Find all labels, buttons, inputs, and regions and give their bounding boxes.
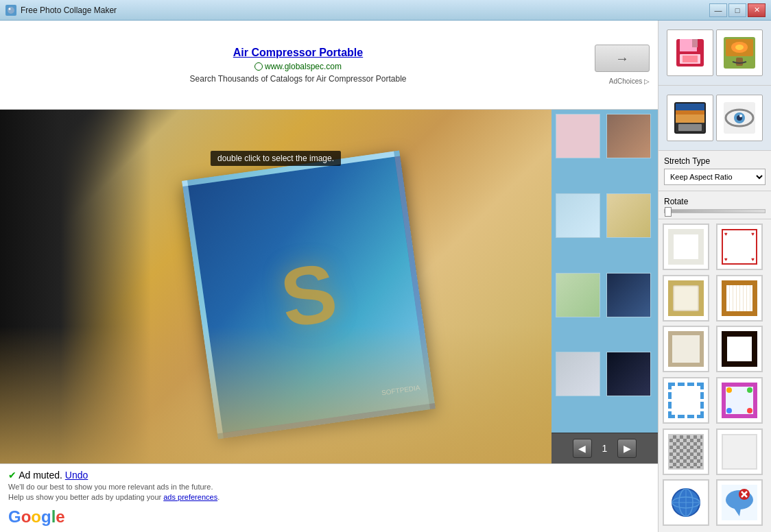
svg-point-10 — [735, 45, 744, 50]
ad-muted-desc-2: Help us show you better ads by updating … — [8, 492, 650, 503]
ad-muted-title: ✔ Ad muted. Undo — [8, 470, 650, 481]
rotate-slider[interactable] — [664, 209, 766, 213]
next-page-button[interactable]: ▶ — [617, 439, 637, 458]
frame-checkerboard[interactable] — [663, 428, 709, 475]
thumbnail-2[interactable] — [606, 114, 651, 158]
arrow-right-icon: → — [615, 51, 629, 66]
thumbnail-4[interactable] — [606, 193, 651, 238]
svg-rect-15 — [676, 104, 704, 110]
ad-banner: Air Compressor Portable www.globalspec.c… — [0, 21, 658, 110]
frame-preview-6 — [722, 331, 757, 367]
save-icon-button[interactable] — [667, 29, 713, 76]
titlebar: Free Photo Collage Maker — □ ✕ — [0, 0, 771, 21]
frame-preview-4 — [722, 280, 757, 316]
frame-plain-gray[interactable] — [716, 428, 763, 475]
top-icon-row — [659, 21, 771, 86]
frame-beige-plain[interactable] — [663, 326, 709, 372]
frame-preview-8 — [722, 383, 757, 418]
thumbnail-nav: ◀ 1 ▶ — [551, 433, 658, 463]
content-area: Air Compressor Portable www.globalspec.c… — [0, 21, 658, 532]
ad-description: Search Thousands of Catalogs for Air Com… — [8, 74, 588, 84]
google-logo: Google — [8, 507, 650, 527]
frame-preview-11 — [668, 485, 704, 520]
frame-cream-ornate[interactable] — [663, 275, 709, 322]
ad-muted-bar: ✔ Ad muted. Undo We'll do our best to sh… — [0, 463, 658, 532]
frame-preview-5 — [668, 331, 704, 367]
ad-title-link[interactable]: Air Compressor Portable — [8, 47, 588, 59]
select-image-tooltip: double click to select the image. — [211, 151, 341, 166]
ad-choices-label[interactable]: AdChoices ▷ — [609, 77, 650, 85]
undo-link[interactable]: Undo — [65, 470, 88, 481]
page-number: 1 — [602, 443, 608, 454]
canvas-overlay: S SOFTPEDIA double click to select the i… — [0, 110, 551, 463]
thumbnail-5[interactable] — [556, 273, 600, 317]
right-panel: Stretch Type Keep Aspect Ratio Stretch T… — [658, 21, 771, 532]
frame-preview-3 — [668, 280, 704, 316]
frame-preview-1 — [668, 229, 704, 265]
stretch-type-label: Stretch Type — [664, 156, 766, 166]
prev-page-button[interactable]: ◀ — [573, 439, 592, 458]
svg-point-22 — [739, 114, 742, 117]
stretch-type-select[interactable]: Keep Aspect Ratio Stretch Tile — [664, 169, 766, 185]
svg-rect-17 — [678, 124, 702, 131]
app-title: Free Photo Collage Maker — [21, 5, 117, 15]
thumbnail-grid — [551, 110, 658, 433]
thumbnail-panel: ◀ 1 ▶ — [551, 110, 658, 463]
svg-rect-14 — [676, 114, 704, 123]
thumbnail-7[interactable] — [556, 352, 600, 396]
frame-red-hearts[interactable]: ♥ ♥ ♥ ♥ — [716, 223, 763, 270]
frame-colorful-dots[interactable] — [716, 377, 763, 424]
ad-url: www.globalspec.com — [8, 62, 588, 71]
frame-preview-12 — [722, 485, 757, 520]
ads-preferences-link[interactable]: ads preferences — [163, 493, 217, 501]
thumbnail-1[interactable] — [556, 114, 600, 158]
app-icon — [5, 5, 16, 16]
eye-icon-button[interactable] — [716, 95, 763, 141]
frame-blue-dashed[interactable] — [663, 377, 709, 424]
svg-marker-29 — [734, 508, 741, 516]
svg-rect-4 — [692, 39, 698, 47]
ad-arrow-button[interactable]: → — [595, 45, 650, 72]
top-icon-row-2 — [659, 86, 771, 151]
effects-icon-button[interactable] — [716, 29, 763, 76]
titlebar-left: Free Photo Collage Maker — [5, 5, 117, 16]
titlebar-controls: — □ ✕ — [709, 3, 766, 17]
rotate-section: Rotate — [659, 191, 771, 219]
svg-point-0 — [8, 7, 14, 14]
close-button[interactable]: ✕ — [748, 3, 766, 17]
ad-muted-text: Ad muted. — [19, 470, 65, 481]
frame-chat-bubble[interactable] — [716, 479, 763, 526]
frame-gold-wood[interactable] — [716, 275, 763, 322]
workspace: S SOFTPEDIA double click to select the i… — [0, 110, 658, 463]
rotate-label: Rotate — [664, 197, 766, 206]
frame-preview-2: ♥ ♥ ♥ ♥ — [722, 229, 757, 265]
svg-rect-6 — [683, 56, 698, 62]
frame-preview-7 — [668, 383, 704, 418]
thumbnail-3[interactable] — [556, 193, 600, 238]
canvas-main[interactable]: S SOFTPEDIA double click to select the i… — [0, 110, 551, 463]
sand-bottom — [0, 326, 551, 463]
frame-preview-10 — [722, 434, 757, 470]
frame-preview-9 — [668, 434, 704, 470]
stretch-type-section: Stretch Type Keep Aspect Ratio Stretch T… — [659, 151, 771, 191]
maximize-button[interactable]: □ — [728, 3, 746, 17]
frame-world-globe[interactable] — [663, 479, 709, 526]
main-container: Air Compressor Portable www.globalspec.c… — [0, 21, 771, 532]
rotate-thumb[interactable] — [665, 207, 672, 217]
svg-rect-11 — [736, 58, 743, 66]
ad-muted-desc-1: We'll do our best to show you more relev… — [8, 482, 650, 492]
frame-plain-white[interactable] — [663, 223, 709, 270]
thumbnail-8[interactable] — [606, 352, 651, 396]
checkmark-icon: ✔ — [8, 470, 16, 481]
minimize-button[interactable]: — — [709, 3, 727, 17]
landscape-icon-button[interactable] — [667, 95, 713, 141]
globe-icon — [254, 62, 263, 71]
ad-content: Air Compressor Portable www.globalspec.c… — [8, 47, 588, 84]
frames-grid: ♥ ♥ ♥ ♥ — [659, 219, 771, 532]
svg-point-1 — [9, 8, 11, 10]
frame-dark-brown[interactable] — [716, 326, 763, 372]
thumbnail-6[interactable] — [606, 273, 651, 317]
